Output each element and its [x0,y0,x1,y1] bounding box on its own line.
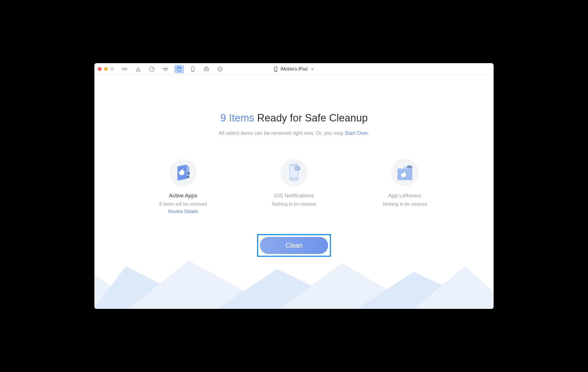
card-active-apps: Active Apps 9 Items will be removed Revi… [155,159,212,214]
device-icon [274,67,278,72]
mountains-decoration [94,258,494,309]
headline-rest: Ready for Safe Cleanup [254,112,368,124]
device-name: iMobie's iPad [281,67,308,72]
card-subtitle: 9 Items will be removed [155,202,212,207]
history-icon[interactable] [215,65,225,73]
clean-button[interactable]: Clean [260,237,328,254]
airplay-icon[interactable] [120,65,129,73]
titlebar: iMobie's iPad [94,63,494,75]
svg-marker-24 [129,261,277,309]
review-details-link[interactable]: Review Details [155,209,212,214]
subtitle: All select items can be removed right no… [94,130,494,136]
start-over-link[interactable]: Start Over [345,130,368,136]
notifications-icon [280,159,308,186]
svg-marker-26 [280,263,419,309]
svg-marker-28 [414,266,494,309]
card-title: Active Apps [155,193,212,199]
svg-point-15 [293,179,295,180]
svg-point-12 [187,172,190,175]
card-subtitle: Nothing to be cleaned [376,202,433,207]
privacy-mask-icon[interactable] [161,65,170,73]
card-app-leftovers: App Leftovers Nothing to be cleaned [376,159,433,214]
svg-point-17 [296,168,297,169]
toolbox-icon[interactable] [202,65,211,73]
svg-point-18 [297,168,298,169]
app-window: iMobie's iPad 9 Items Ready for Safe Cle… [94,63,494,309]
speed-icon[interactable] [147,65,157,73]
page-title: 9 Items Ready for Safe Cleanup [94,112,494,124]
svg-point-0 [124,68,125,70]
card-title: iOS Notifications [266,193,322,199]
svg-point-19 [298,168,299,169]
card-subtitle: Nothing to be cleaned [266,202,322,207]
svg-marker-22 [94,275,143,309]
svg-marker-27 [357,272,494,309]
subtitle-prefix: All select items can be removed right no… [219,130,345,136]
traffic-lights [98,67,114,71]
card-title: App Leftovers [376,193,433,199]
minimize-window-button[interactable] [104,67,108,71]
item-count: 9 Items [220,112,254,124]
broom-icon[interactable] [133,65,143,73]
svg-point-11 [187,176,189,178]
svg-marker-25 [217,269,359,309]
svg-point-3 [166,69,167,69]
category-cards: Active Apps 9 Items will be removed Revi… [94,159,494,214]
content-area: 9 Items Ready for Safe Cleanup All selec… [94,75,494,309]
toolbar [120,65,225,73]
maximize-window-button[interactable] [110,67,114,71]
svg-point-2 [164,69,165,69]
device-phone-icon[interactable] [188,65,198,73]
active-apps-icon [169,159,197,186]
chevron-down-icon [310,67,314,71]
card-ios-notifications: iOS Notifications Nothing to be cleaned [266,159,322,214]
device-picker[interactable]: iMobie's iPad [274,67,314,72]
subtitle-suffix: . [368,130,369,136]
clean-button-highlight: Clean [257,234,331,257]
leftovers-icon [391,159,419,186]
close-window-button[interactable] [98,67,102,71]
cleanup-bucket-icon[interactable] [174,65,184,73]
svg-marker-23 [94,266,208,309]
